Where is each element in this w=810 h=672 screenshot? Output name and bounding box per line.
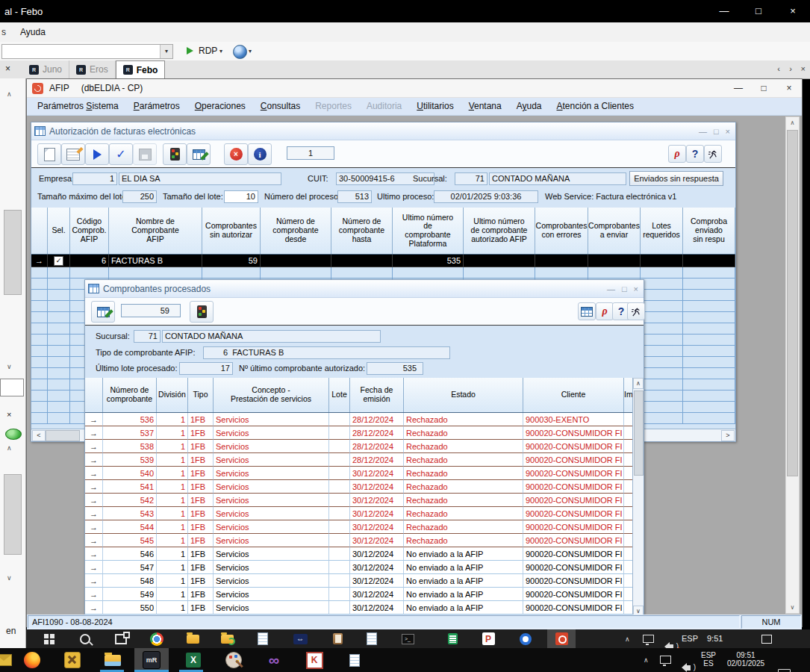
kdiff-icon[interactable]: K (305, 651, 324, 669)
column-header[interactable]: Comprobantes con errores (535, 208, 588, 254)
column-header[interactable] (31, 208, 48, 254)
scroll-left-icon[interactable]: < (32, 430, 46, 441)
close-button[interactable]: × (776, 0, 810, 22)
save-button[interactable] (133, 143, 157, 165)
proceso-field[interactable]: 513 (337, 190, 372, 203)
cancel-button[interactable]: × (224, 143, 248, 165)
scroll-right-icon[interactable]: > (721, 430, 735, 441)
chrome-icon[interactable] (149, 631, 165, 647)
clock-date[interactable]: 09:51 02/01/2025 (721, 651, 770, 668)
minimize-button[interactable]: — (726, 83, 751, 93)
table-row[interactable]: →54311FBServicios30/12/2024Rechazado9000… (85, 507, 644, 520)
menu-item-atenci-n-a-clientes[interactable]: Atención a Clientes (549, 98, 641, 115)
network-icon[interactable] (643, 635, 654, 643)
address-book-icon[interactable] (329, 631, 346, 647)
sucursal-code-field[interactable]: 71 (134, 330, 161, 343)
tipo-comprobante-field[interactable]: 6 FACTURAS B (203, 346, 450, 359)
tab-close-icon[interactable]: × (801, 64, 806, 73)
column-header[interactable]: Lotes requeridos (641, 208, 683, 254)
scroll-up-icon[interactable]: ∧ (786, 117, 799, 128)
sheets-icon[interactable] (444, 631, 461, 647)
table-row[interactable]: →55011FBServicios30/12/2024No enviado a … (85, 601, 644, 615)
menu-item-par-metros-sistema[interactable]: Parámetros Sistema (30, 98, 126, 115)
scrollbar-thumb[interactable] (787, 130, 798, 476)
firefox-icon[interactable] (22, 651, 42, 669)
start-icon[interactable] (41, 631, 57, 647)
column-header[interactable]: División (157, 378, 188, 412)
scroll-down-icon[interactable]: ∨ (633, 606, 644, 615)
column-header[interactable]: Fecha de emisión (350, 378, 404, 412)
column-header[interactable] (85, 378, 103, 412)
menu-item-ventana[interactable]: Ventana (461, 98, 509, 115)
export-grid-button[interactable] (91, 301, 115, 323)
sel-cell[interactable]: ✓ (48, 255, 70, 267)
close-button[interactable]: × (776, 83, 802, 93)
table-row[interactable]: →54911FBServicios30/12/2024No enviado a … (85, 588, 644, 601)
column-header[interactable]: Tipo (188, 378, 214, 412)
phone-button[interactable]: ρ (668, 145, 686, 163)
column-header[interactable]: Estado (404, 378, 523, 412)
notes-icon[interactable] (364, 631, 380, 647)
restore-button[interactable]: □ (751, 83, 776, 93)
empresa-code-field[interactable]: 1 (72, 172, 117, 185)
minimize-button[interactable]: — (699, 127, 707, 136)
menu-item-cut[interactable]: s (1, 27, 6, 37)
exit-button[interactable] (704, 145, 722, 163)
folder-icon[interactable] (184, 631, 201, 647)
visual-studio-icon[interactable]: ∞ (264, 651, 284, 669)
task-view-icon[interactable] (113, 631, 129, 647)
folder-sync-icon[interactable] (219, 631, 235, 647)
table-row[interactable]: →54411FBServicios30/12/2024Rechazado9000… (85, 520, 644, 534)
column-header[interactable]: Ultimo número de comprobante Plataforma (393, 208, 464, 254)
notification-icon[interactable] (778, 669, 791, 672)
ultimo-lote-field[interactable]: 17 (179, 362, 233, 375)
maximize-button[interactable]: □ (741, 0, 776, 22)
menu-item-ayuda[interactable]: Ayuda (20, 27, 46, 37)
tab-juno[interactable]: RJuno (22, 60, 69, 78)
exit-button[interactable] (627, 302, 645, 320)
product-p-icon[interactable]: P (480, 631, 496, 647)
phone-button[interactable]: ρ (596, 302, 614, 320)
search-icon[interactable] (77, 631, 93, 647)
column-header[interactable]: Código Comprob. AFIP (70, 208, 109, 254)
column-header[interactable]: Nombre de Comprobante AFIP (109, 208, 202, 254)
chevron-down-icon[interactable]: ▾ (219, 48, 222, 55)
tab-prev-icon[interactable]: ‹ (777, 64, 780, 73)
table-row-selected[interactable]: →✓6FACTURAS B59535 (31, 255, 735, 267)
sucursal-code-field[interactable]: 71 (455, 172, 487, 185)
close-button[interactable]: × (634, 284, 638, 293)
scrollbar-thumb[interactable] (46, 430, 80, 441)
table-row[interactable]: →54011FBServicios30/12/2024Rechazado9000… (85, 467, 644, 480)
run-button[interactable] (85, 143, 109, 165)
table-row[interactable]: →53811FBServicios28/12/2024Rechazado9000… (85, 440, 644, 453)
column-header[interactable]: Número de comprobante hasta (331, 208, 393, 254)
info-button[interactable]: i (248, 143, 272, 165)
table-row[interactable]: →54611FBServicios30/12/2024No enviado a … (85, 547, 644, 561)
action-center-icon[interactable] (761, 635, 772, 644)
table-row[interactable]: →54811FBServicios30/12/2024No enviado a … (85, 574, 644, 588)
process-counter-field[interactable]: 1 (287, 146, 334, 160)
network-icon[interactable] (660, 656, 671, 664)
table-row[interactable]: →54511FBServicios30/12/2024Rechazado9000… (85, 534, 644, 547)
column-header[interactable]: Número de comprobante (103, 378, 157, 412)
column-header[interactable]: Comprobantes a enviar (588, 208, 641, 254)
menu-item-ayuda[interactable]: Ayuda (509, 98, 549, 115)
tray-expand-icon[interactable]: ∧ (644, 656, 649, 664)
excel-icon[interactable]: X (184, 651, 203, 669)
tab-febo[interactable]: RFebo (116, 60, 166, 78)
vertical-scrollbar[interactable]: ∧ ∨ (632, 378, 644, 615)
menu-item-utilitarios[interactable]: Utilitarios (409, 98, 461, 115)
tab-eros[interactable]: REros (69, 60, 116, 78)
tray-expand-icon[interactable]: ∧ (625, 635, 630, 643)
browser-o-icon[interactable] (517, 631, 534, 647)
table-row-empty[interactable] (31, 267, 735, 279)
file-explorer-icon[interactable] (103, 651, 122, 669)
lote-size-input[interactable]: 10 (224, 190, 258, 203)
export-grid-button[interactable] (187, 143, 211, 165)
lote-max-field[interactable]: 250 (122, 190, 157, 203)
scroll-down-icon[interactable]: ∨ (786, 602, 799, 613)
terminal-icon[interactable]: >_ (399, 631, 416, 647)
chevron-down-icon[interactable]: ▾ (249, 48, 252, 55)
column-header[interactable]: Cliente (523, 378, 624, 412)
language-indicator[interactable]: ESP ES (697, 651, 720, 668)
